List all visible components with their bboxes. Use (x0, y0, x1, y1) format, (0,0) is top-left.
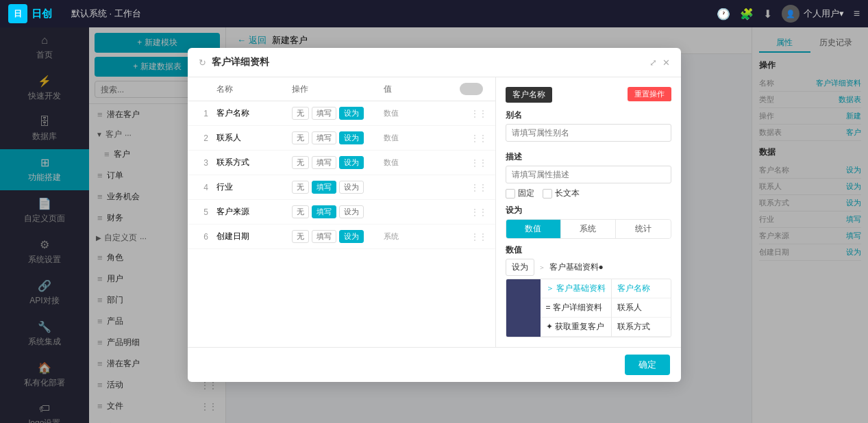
dropdown-set[interactable]: 设为 (506, 259, 534, 276)
nd-item[interactable]: 客户名称 (612, 279, 671, 298)
row-number: 5 (196, 207, 216, 217)
nd-item[interactable]: 联系方式 (612, 318, 671, 337)
op-fill[interactable]: 填写 (312, 230, 336, 243)
table-header: 名称 操作 值 (188, 77, 495, 101)
drag-handle[interactable]: ⋮⋮ (460, 183, 487, 192)
row-value: 数值 (384, 133, 460, 143)
op-none[interactable]: 无 (292, 181, 309, 194)
table-row: 2 联系人 无 填写 设为 数值 ⋮⋮ (188, 126, 495, 151)
nd-item[interactable]: ＞客户基础资料 (541, 279, 611, 298)
menu-icon[interactable]: ≡ (854, 8, 860, 20)
row-name: 客户来源 (216, 206, 293, 218)
nd-col2: ＞客户基础资料 =客户详细资料 ✦获取重复客户 (541, 279, 612, 337)
table-row: 4 行业 无 填写 设为 ⋮⋮ (188, 175, 495, 200)
dialog-body: 名称 操作 值 1 客户名称 无 填写 设为 数 (188, 77, 681, 347)
op-set[interactable]: 设为 (339, 230, 364, 243)
puzzle-icon[interactable]: 🧩 (740, 8, 754, 21)
tab-stats[interactable]: 统计 (616, 220, 670, 238)
op-set[interactable]: 设为 (339, 181, 364, 194)
confirm-button[interactable]: 确定 (625, 355, 670, 375)
dialog-header: ↻ 客户详细资料 ⤢ ✕ (188, 48, 681, 77)
nd-col3: 客户名称 联系人 联系方式 (612, 279, 671, 337)
drag-handle[interactable]: ⋮⋮ (460, 207, 487, 217)
dialog: ↻ 客户详细资料 ⤢ ✕ 名称 操作 值 (188, 48, 681, 382)
row-name: 联系人 (216, 132, 293, 144)
dialog-title: 客户详细资料 (212, 56, 644, 68)
user-label: 个人用户▾ (804, 8, 844, 20)
logo-text: 日创 (32, 8, 52, 21)
table-section: 名称 操作 值 1 客户名称 无 填写 设为 数 (188, 77, 496, 347)
row-number: 1 (196, 109, 216, 118)
nd-item[interactable]: ✦获取重复客户 (541, 318, 611, 337)
row-name: 行业 (216, 181, 293, 193)
alias-label: 别名 (506, 110, 671, 121)
set-for-label: 设为 (506, 205, 671, 216)
op-fill[interactable]: 填写 (312, 181, 336, 194)
row-ops: 无 填写 设为 (292, 181, 383, 194)
dropdown-row: 设为 ＞ 客户基础资料● (506, 259, 671, 276)
nd-dot: ✦ (546, 322, 553, 331)
op-fill[interactable]: 填写 (312, 156, 336, 169)
desc-label: 描述 (506, 151, 671, 163)
nd-dot: = (546, 303, 551, 312)
config-field-name: 客户名称 (506, 87, 552, 103)
drag-handle[interactable]: ⋮⋮ (460, 109, 487, 118)
op-fill[interactable]: 填写 (312, 107, 336, 120)
dialog-footer: 确定 (188, 347, 681, 382)
table-row: 6 创建日期 无 填写 设为 系统 ⋮⋮ (188, 225, 495, 249)
op-set[interactable]: 设为 (339, 131, 364, 144)
topbar: 日 日创 默认系统 · 工作台 🕐 🧩 ⬇ 👤 个人用户▾ ≡ (0, 0, 868, 27)
tab-value[interactable]: 数值 (506, 220, 561, 238)
overlay: ↻ 客户详细资料 ⤢ ✕ 名称 操作 值 (0, 27, 868, 423)
drag-handle[interactable]: ⋮⋮ (460, 133, 487, 143)
dropdown-container: 设为 ＞ 客户基础资料● ＞客户基础资料 =客户详细资料 (506, 259, 671, 337)
tab-system[interactable]: 系统 (561, 220, 616, 238)
drag-handle[interactable]: ⋮⋮ (460, 158, 487, 168)
row-name: 联系方式 (216, 157, 293, 168)
row-number: 4 (196, 183, 216, 192)
row-name: 创建日期 (216, 231, 293, 242)
row-ops: 无 填写 设为 (292, 131, 383, 144)
row-ops: 无 填写 设为 (292, 156, 383, 169)
topbar-actions: 🕐 🧩 ⬇ 👤 个人用户▾ ≡ (717, 5, 860, 23)
reset-button[interactable]: 重置操作 (628, 87, 671, 101)
set-for-tabs: 数值 系统 统计 (506, 219, 671, 239)
op-none[interactable]: 无 (292, 205, 309, 218)
op-none[interactable]: 无 (292, 156, 309, 169)
config-panel: 重置操作 客户名称 已保存 别名 描述 固定 长文本 (496, 77, 681, 347)
alias-input[interactable] (506, 124, 671, 142)
nd-col1 (506, 279, 541, 337)
longtext-checkbox[interactable]: 长文本 (543, 188, 580, 199)
row-ops: 无 填写 设为 (292, 205, 383, 218)
close-icon[interactable]: ✕ (662, 57, 670, 68)
clock-icon[interactable]: 🕐 (717, 8, 730, 21)
col-name: 名称 (216, 84, 293, 95)
config-checkboxes: 固定 长文本 (506, 188, 671, 199)
download-icon[interactable]: ⬇ (763, 8, 772, 21)
user-menu[interactable]: 👤 个人用户▾ (782, 5, 844, 23)
fixed-checkbox[interactable]: 固定 (506, 188, 534, 199)
desc-input[interactable] (506, 166, 671, 183)
refresh-icon[interactable]: ↻ (199, 57, 206, 68)
op-none[interactable]: 无 (292, 107, 309, 120)
expand-icon[interactable]: ⤢ (649, 57, 657, 68)
row-value: 系统 (384, 231, 460, 242)
op-set[interactable]: 设为 (339, 156, 364, 169)
op-set[interactable]: 设为 (339, 205, 364, 218)
row-name: 客户名称 (216, 107, 293, 119)
op-fill[interactable]: 填写 (312, 131, 336, 144)
logo: 日 日创 (8, 4, 63, 23)
row-number: 2 (196, 133, 216, 143)
row-ops: 无 填写 设为 (292, 230, 383, 243)
avatar: 👤 (782, 5, 799, 23)
op-none[interactable]: 无 (292, 230, 309, 243)
op-set[interactable]: 设为 (339, 107, 364, 120)
nd-item[interactable]: 联系人 (612, 298, 671, 318)
nd-item[interactable]: =客户详细资料 (541, 298, 611, 318)
drag-handle[interactable]: ⋮⋮ (460, 232, 487, 242)
dropdown-arrow: ＞ (538, 263, 545, 272)
toggle-switch[interactable] (460, 83, 483, 95)
op-none[interactable]: 无 (292, 131, 309, 144)
topbar-title: 默认系统 · 工作台 (63, 8, 717, 20)
op-fill[interactable]: 填写 (312, 205, 336, 218)
